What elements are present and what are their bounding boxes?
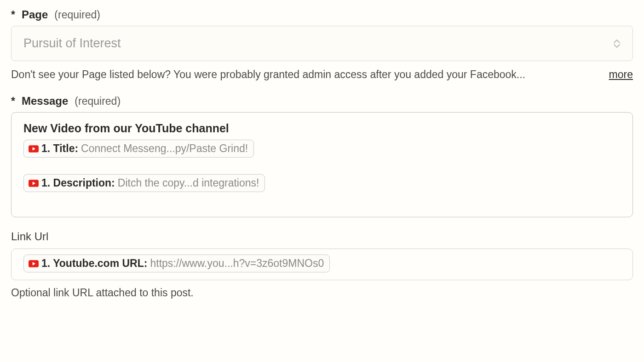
token-value: Ditch the copy...d integrations!: [118, 177, 259, 189]
page-label-row: * Page (required): [11, 8, 633, 21]
token-label: 1. Youtube.com URL:: [41, 257, 147, 270]
message-token-title[interactable]: 1. Title: Connect Messeng...py/Paste Gri…: [23, 140, 254, 158]
page-field: * Page (required) Pursuit of Interest Do…: [11, 8, 633, 82]
linkurl-input[interactable]: 1. Youtube.com URL: https://www.you...h?…: [11, 249, 633, 280]
linkurl-token[interactable]: 1. Youtube.com URL: https://www.you...h?…: [23, 255, 330, 272]
token-label: 1. Description:: [41, 177, 115, 189]
message-required-text: (required): [75, 95, 121, 107]
youtube-icon: [29, 180, 39, 187]
token-label: 1. Title:: [41, 142, 78, 155]
page-select[interactable]: Pursuit of Interest: [11, 26, 633, 61]
message-intro-text: New Video from our YouTube channel: [23, 122, 621, 135]
linkurl-description: Optional link URL attached to this post.: [11, 287, 633, 299]
page-required-text: (required): [54, 9, 100, 21]
page-label: Page: [22, 8, 48, 21]
page-help-row: Don't see your Page listed below? You we…: [11, 68, 633, 82]
page-help-text: Don't see your Page listed below? You we…: [11, 68, 600, 82]
linkurl-label: Link Url: [11, 230, 633, 243]
youtube-icon: [29, 145, 39, 153]
message-label-row: * Message (required): [11, 95, 633, 107]
message-token-description[interactable]: 1. Description: Ditch the copy...d integ…: [23, 174, 265, 192]
more-link[interactable]: more: [609, 68, 633, 81]
youtube-icon: [29, 260, 39, 267]
required-asterisk: *: [11, 95, 15, 107]
token-value: Connect Messeng...py/Paste Grind!: [81, 142, 248, 155]
message-field: * Message (required) New Video from our …: [11, 95, 633, 217]
linkurl-field: Link Url 1. Youtube.com URL: https://www…: [11, 230, 633, 299]
message-textarea[interactable]: New Video from our YouTube channel 1. Ti…: [11, 112, 633, 217]
message-label: Message: [22, 95, 68, 107]
token-value: https://www.you...h?v=3z6ot9MNOs0: [150, 257, 324, 270]
page-select-value: Pursuit of Interest: [23, 36, 121, 51]
select-chevrons-icon: [613, 39, 621, 48]
required-asterisk: *: [11, 9, 15, 21]
